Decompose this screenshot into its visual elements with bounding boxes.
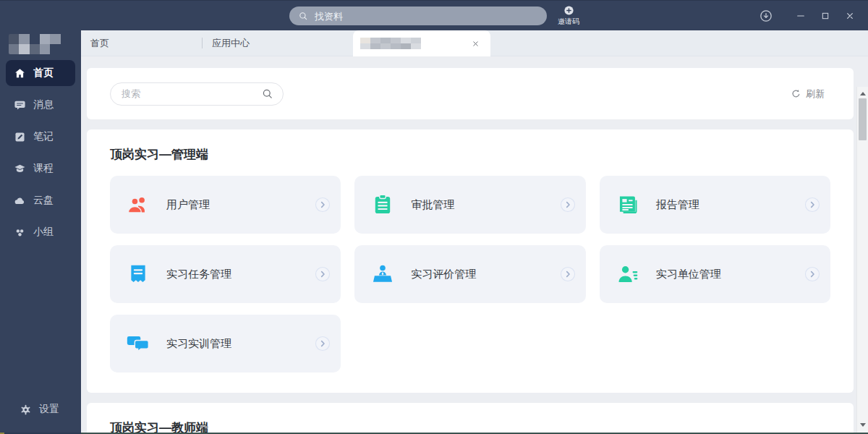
blurred-logo — [9, 34, 71, 54]
evaluation-icon — [370, 262, 395, 286]
tab-app-center[interactable]: 应用中心 — [203, 30, 323, 56]
sidebar-item-home[interactable]: 首页 — [6, 60, 75, 86]
tab-bar: 首页 应用中心 — [81, 30, 868, 56]
chevron-right-icon[interactable] — [315, 197, 331, 213]
search-card: 刷新 — [87, 68, 854, 119]
tab-home-label: 首页 — [90, 37, 109, 50]
task-list-icon — [126, 262, 150, 286]
close-button[interactable] — [838, 1, 862, 31]
section-grid-0: 用户管理审批管理报告管理实习任务管理实习评价管理实习单位管理实习实训管理 — [110, 176, 830, 373]
tab-home[interactable]: 首页 — [81, 30, 202, 56]
sidebar-item-label: 云盘 — [33, 194, 54, 207]
tab-current-app[interactable] — [353, 30, 490, 56]
message-icon — [14, 99, 26, 111]
arrow-up-icon — [860, 92, 866, 95]
app-search-input[interactable] — [120, 88, 255, 100]
clipboard-icon — [370, 192, 395, 217]
invite-code-label: 邀请码 — [558, 17, 579, 25]
sidebar-item-label: 笔记 — [33, 130, 54, 143]
minimize-icon — [795, 10, 807, 22]
refresh-icon — [791, 88, 801, 99]
sidebar-item-settings[interactable]: 设置 — [12, 396, 69, 422]
note-icon — [14, 131, 26, 143]
group-icon — [14, 226, 26, 239]
titlebar: 邀请码 — [0, 0, 868, 30]
app-window: 邀请码 首页消息笔记课程云盘小组 设置 — [0, 0, 868, 434]
sidebar-item-label: 设置 — [39, 403, 59, 416]
section-title: 顶岗实习—管理端 — [110, 147, 830, 163]
arrow-down-icon — [860, 423, 866, 427]
plus-circle-icon — [563, 4, 575, 17]
tile-label: 实习单位管理 — [656, 268, 804, 281]
chevron-right-icon[interactable] — [804, 197, 820, 213]
tile-approval-management[interactable]: 审批管理 — [354, 176, 585, 234]
global-search-input[interactable] — [313, 10, 538, 22]
gear-icon — [20, 404, 32, 416]
sidebar-item-label: 课程 — [33, 162, 54, 175]
minimize-button[interactable] — [788, 1, 813, 31]
course-icon — [14, 163, 26, 175]
chevron-right-icon[interactable] — [560, 197, 576, 213]
search-icon — [298, 11, 308, 21]
maximize-icon — [820, 10, 831, 22]
tile-internship-unit-management[interactable]: 实习单位管理 — [600, 245, 830, 303]
sidebar-item-courses[interactable]: 课程 — [6, 156, 75, 182]
tile-internship-evaluation-management[interactable]: 实习评价管理 — [354, 245, 585, 303]
download-icon — [759, 9, 773, 23]
users-icon — [126, 192, 150, 217]
global-search-box[interactable] — [289, 7, 547, 25]
tile-report-management[interactable]: 报告管理 — [600, 176, 830, 234]
sidebar-item-label: 消息 — [33, 98, 54, 111]
scroll-down-button[interactable] — [857, 420, 868, 430]
scroll-up-button[interactable] — [857, 88, 868, 98]
vertical-scrollbar[interactable] — [856, 87, 868, 434]
sidebar-item-groups[interactable]: 小组 — [6, 219, 75, 245]
tile-label: 审批管理 — [411, 198, 559, 212]
invite-code-button[interactable]: 邀请码 — [553, 4, 584, 25]
tab-app-center-label: 应用中心 — [212, 37, 250, 50]
tile-internship-task-management[interactable]: 实习任务管理 — [110, 245, 341, 303]
sidebar-item-notes[interactable]: 笔记 — [6, 124, 75, 150]
sidebar: 首页消息笔记课程云盘小组 设置 — [0, 30, 81, 434]
chevron-right-icon[interactable] — [560, 266, 576, 282]
sidebar-item-label: 首页 — [33, 67, 54, 80]
scrollbar-thumb[interactable] — [859, 98, 867, 140]
home-icon — [14, 67, 26, 80]
page-content: 刷新 顶岗实习—管理端 用户管理审批管理报告管理实习任务管理实习评价管理实习单位… — [81, 56, 856, 434]
download-button[interactable] — [754, 1, 778, 31]
section-teacher: 顶岗实习—教师端 — [87, 403, 854, 434]
chevron-right-icon[interactable] — [804, 266, 820, 282]
blurred-tab-title — [360, 38, 421, 49]
sidebar-item-messages[interactable]: 消息 — [6, 92, 75, 118]
maximize-button[interactable] — [813, 1, 838, 31]
app-search-box[interactable] — [110, 82, 284, 106]
refresh-label: 刷新 — [806, 88, 825, 101]
main-area: 首页 应用中心 — [81, 30, 868, 434]
chevron-right-icon[interactable] — [315, 266, 331, 282]
tile-user-management[interactable]: 用户管理 — [110, 176, 341, 234]
tile-internship-training-management[interactable]: 实习实训管理 — [110, 315, 341, 373]
tile-label: 报告管理 — [656, 198, 804, 212]
search-icon — [261, 88, 273, 100]
tile-label: 用户管理 — [166, 198, 315, 212]
report-icon — [616, 192, 640, 217]
company-contact-icon — [616, 262, 640, 286]
refresh-button[interactable]: 刷新 — [791, 88, 825, 101]
tile-label: 实习任务管理 — [166, 268, 315, 281]
cloud-icon — [14, 195, 26, 207]
sidebar-nav-bottom: 设置 — [6, 396, 75, 422]
sidebar-item-cloud-drive[interactable]: 云盘 — [6, 187, 75, 213]
tab-close-icon[interactable] — [471, 39, 480, 48]
tile-label: 实习实训管理 — [166, 337, 315, 351]
sidebar-nav: 首页消息笔记课程云盘小组 — [0, 60, 81, 245]
chevron-right-icon[interactable] — [315, 336, 331, 352]
sidebar-item-label: 小组 — [33, 226, 54, 239]
chat-bubbles-icon — [126, 331, 150, 356]
tile-label: 实习评价管理 — [411, 268, 559, 281]
window-controls — [754, 1, 862, 31]
close-icon — [844, 10, 856, 22]
section-admin: 顶岗实习—管理端 用户管理审批管理报告管理实习任务管理实习评价管理实习单位管理实… — [87, 129, 854, 393]
